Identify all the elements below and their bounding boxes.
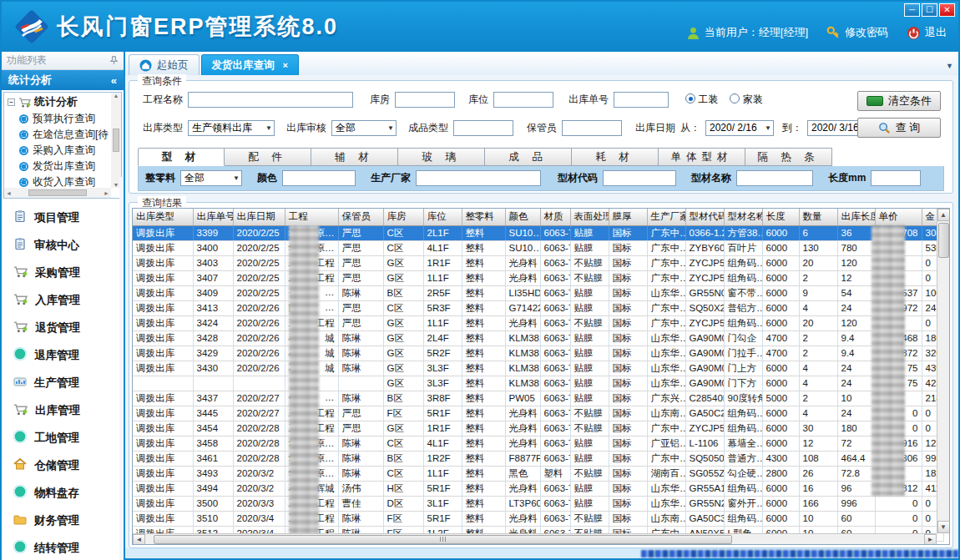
column-header-生产厂家[interactable]: 生产厂家 (647, 209, 685, 225)
column-header-型材名称[interactable]: 型材名称 (724, 209, 762, 225)
maximize-button[interactable]: ☐ (922, 3, 937, 17)
keeper-input[interactable] (562, 120, 622, 136)
column-header-库位[interactable]: 库位 (423, 209, 462, 225)
profile-code-input[interactable] (603, 170, 676, 186)
sidebar-group-生产管理[interactable]: 生产管理 (2, 369, 124, 396)
column-header-出库单号[interactable]: 出库单号 (193, 209, 233, 225)
table-row[interactable]: G区3L3F整料KLM38176063-T5贴膜国标山东华…GA90M09…门下… (133, 376, 943, 391)
column-header-整零料[interactable]: 整零料 (462, 209, 505, 225)
grid-horizontal-scrollbar[interactable]: ◄ ► (133, 533, 937, 544)
column-header-库房[interactable]: 库房 (383, 209, 423, 225)
table-row[interactable]: 调拨出库34582020/2/28华原…陈琳C区4L1F整料光身料6063-T5… (133, 436, 943, 451)
hscroll-thumb[interactable] (154, 535, 732, 544)
audit-select[interactable]: 全部▼ (331, 120, 397, 136)
sidebar-group-入库管理[interactable]: 入库管理 (2, 286, 124, 314)
material-tab[interactable]: 耗 材 (572, 148, 659, 166)
maker-input[interactable] (416, 170, 541, 186)
panel-header-statistics[interactable]: 统计分析 « (2, 70, 124, 90)
sidebar-group-财务管理[interactable]: 财务管理 (2, 507, 124, 534)
sidebar-group-采购管理[interactable]: 采购管理 (2, 259, 124, 286)
table-row[interactable]: 调拨出库34372020/2/27佛…陈琳B区3R8F整料PW056063-T5… (133, 391, 943, 406)
whole-part-select[interactable]: 全部▼ (180, 170, 242, 186)
tree-root-statistics[interactable]: − 统计分析 (4, 93, 111, 111)
column-header-出库日期[interactable]: 出库日期 (233, 209, 285, 225)
table-row[interactable]: 调拨出库34032020/2/25工共工程严思G区1R1F整料光身料6063-T… (133, 255, 943, 270)
column-header-长度[interactable]: 长度 (762, 209, 799, 225)
tree-item[interactable]: 在途信息查询[待 (19, 127, 111, 143)
tab-close-icon[interactable]: × (283, 60, 288, 70)
project-name-input[interactable] (188, 92, 353, 108)
date-from-select[interactable]: 2020/ 2/16▼ (705, 120, 774, 136)
minimize-button[interactable]: ─ (904, 3, 920, 17)
profile-name-input[interactable] (736, 170, 813, 186)
close-button[interactable]: ✕ (939, 3, 955, 17)
sidebar-group-退货管理[interactable]: 退货管理 (2, 314, 124, 341)
radio-industrial[interactable] (685, 93, 695, 103)
sidebar-group-仓储管理[interactable]: 仓储管理 (2, 452, 124, 479)
sidebar-group-退库管理[interactable]: 退库管理 (2, 341, 124, 369)
pin-icon[interactable] (109, 56, 119, 65)
vscroll-thumb[interactable] (938, 223, 949, 258)
logout-button[interactable]: 退出 (907, 25, 947, 40)
material-tab[interactable]: 单体型材 (659, 148, 745, 166)
column-header-出库长度[interactable]: 出库长度 (837, 209, 875, 225)
scroll-up-icon[interactable]: ▲ (937, 209, 950, 221)
column-header-颜色[interactable]: 颜色 (505, 209, 540, 225)
table-row[interactable]: 调拨出库34002020/2/25华原…严思C区4L1F整料SU10…6063-… (133, 240, 943, 255)
table-row[interactable]: 调拨出库34292020/2/26石城陈琳G区5R2F整料KLM38176063… (133, 346, 943, 361)
table-row[interactable]: 调拨出库34452020/2/27工共工程严思F区5R1F整料光身料6063-T… (133, 406, 943, 421)
material-tab[interactable]: 隔 热 条 (745, 148, 832, 166)
color-input[interactable] (282, 170, 356, 186)
table-row[interactable]: 调拨出库34932020/3/2华原…陈琳C区1L1F整料黑色塑料不贴膜国标湖南… (133, 466, 943, 481)
outbound-type-select[interactable]: 生产领料出库▼ (188, 120, 275, 136)
table-row[interactable]: 调拨出库34242020/2/26工共工程严思G区1L1F整料光身料6063-T… (133, 315, 943, 330)
clear-conditions-button[interactable]: 清空条件 (857, 91, 941, 111)
scroll-right-icon[interactable]: ► (924, 534, 937, 545)
sidebar-group-工地管理[interactable]: 工地管理 (2, 424, 124, 452)
table-row[interactable]: 调拨出库34542020/2/28工共工程严思G区1R1F整料光身料6063-T… (133, 421, 943, 436)
table-row[interactable]: 调拨出库35102020/3/4工共工程陈琳F区5R1F整料光身料6063-T5… (133, 511, 943, 526)
tree-expander-icon[interactable]: − (8, 98, 15, 106)
table-row[interactable]: 调拨出库34612020/2/28华原…陈琳B区1R2F整料F8877FT606… (133, 451, 943, 466)
table-row[interactable]: 调拨出库34132020/2/26南…严思C区5R3F整料G714226063-… (133, 300, 943, 315)
change-password-button[interactable]: 修改密码 (826, 25, 888, 40)
sidebar-splitter[interactable] (119, 177, 124, 560)
sidebar-group-物料盘存[interactable]: 物料盘存 (2, 479, 124, 507)
sidebar-group-结转管理[interactable]: 结转管理 (2, 534, 124, 560)
tree-item[interactable]: 采购入库查询 (19, 143, 111, 159)
table-row[interactable]: 调拨出库33992020/2/25华原…严思C区2L1F整料SU10…6063-… (133, 225, 943, 240)
grid-vertical-scrollbar[interactable]: ▲ ▼ (937, 209, 949, 533)
column-header-表面处理[interactable]: 表面处理 (570, 209, 609, 225)
column-header-出库类型[interactable]: 出库类型 (133, 209, 193, 225)
table-row[interactable]: 调拨出库34072020/2/25工共工程严思G区1L1F整料光身料6063-T… (133, 270, 943, 285)
table-row[interactable]: 调拨出库34942020/3/2石辉城汤伟H区5R1F整料光身料6063-T5贴… (133, 481, 943, 496)
column-header-型材代码[interactable]: 型材代码 (685, 209, 724, 225)
length-input[interactable] (871, 170, 921, 186)
table-row[interactable]: 调拨出库34302020/2/26石城陈琳G区3L3F整料KLM38176063… (133, 361, 943, 376)
search-button[interactable]: 查 询 (857, 118, 941, 138)
sidebar-group-审核中心[interactable]: 审核中心 (2, 231, 124, 259)
material-tab[interactable]: 型 材 (138, 148, 225, 166)
table-row[interactable]: 调拨出库34282020/2/26石城陈琳G区2L4F整料KLM38176063… (133, 330, 943, 346)
material-tab[interactable]: 成 品 (485, 148, 572, 166)
column-header-材质[interactable]: 材质 (540, 209, 570, 225)
column-header-数量[interactable]: 数量 (799, 209, 837, 225)
material-tab[interactable]: 辅 材 (311, 148, 398, 166)
column-header-工程[interactable]: 工程 (285, 209, 338, 225)
product-type-input[interactable] (453, 120, 513, 136)
scroll-down-icon[interactable]: ▼ (937, 521, 950, 533)
table-row[interactable]: 调拨出库34092020/2/25长…陈琳B区2R5F整料LI35HD6063-… (133, 285, 943, 300)
sidebar-group-出库管理[interactable]: 出库管理 (2, 396, 124, 424)
order-no-input[interactable] (614, 92, 669, 108)
column-header-保管员[interactable]: 保管员 (338, 209, 383, 225)
location-input[interactable] (493, 92, 553, 108)
tree-item[interactable]: 预算执行查询 (19, 111, 111, 127)
tree-item[interactable]: 发货出库查询 (19, 159, 111, 174)
collapse-icon[interactable]: « (111, 74, 117, 87)
scroll-left-icon[interactable]: ◄ (133, 534, 145, 545)
material-tab[interactable]: 玻 璃 (398, 148, 485, 166)
sidebar-group-项目管理[interactable]: 项目管理 (2, 204, 124, 231)
tab-list-dropdown-icon[interactable]: ▼ (946, 62, 953, 70)
radio-home-decoration[interactable] (730, 93, 740, 103)
material-tab[interactable]: 配 件 (225, 148, 311, 166)
